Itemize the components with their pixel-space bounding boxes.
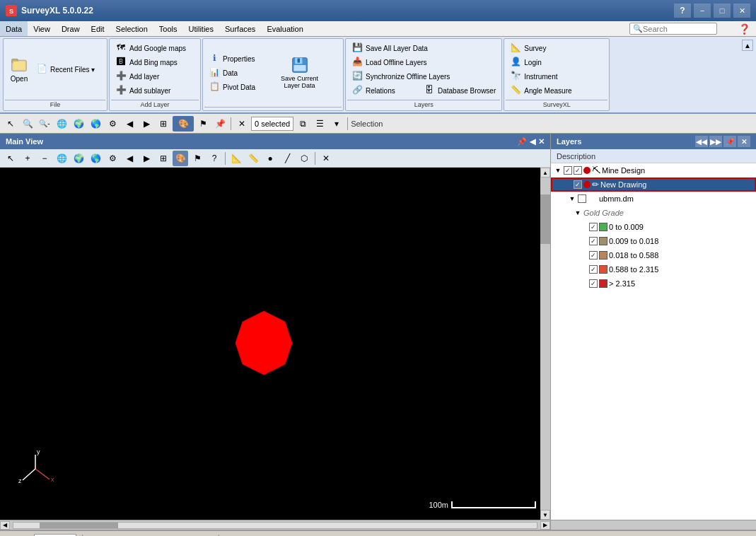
scroll-left-btn[interactable]: ◀: [0, 521, 10, 530]
menu-data[interactable]: Data: [0, 21, 28, 36]
relations-button[interactable]: 🔗 Relations: [349, 84, 419, 97]
vt-globe3[interactable]: 🌎: [88, 151, 103, 166]
tb-delete-btn[interactable]: ✕: [234, 116, 250, 132]
open-button[interactable]: Open: [6, 52, 32, 87]
tb-left-btn[interactable]: ◀: [122, 116, 137, 132]
grade3-checkbox[interactable]: ✓: [589, 265, 598, 274]
menu-utilities[interactable]: Utilities: [183, 21, 219, 36]
vt-globe[interactable]: 🌐: [54, 151, 69, 166]
vt-point[interactable]: ●: [262, 151, 278, 166]
menu-surfaces[interactable]: Surfaces: [219, 21, 261, 36]
menu-draw[interactable]: Draw: [56, 21, 86, 36]
vt-next[interactable]: ▶: [139, 151, 154, 166]
tb-color-btn[interactable]: 🎨: [173, 116, 194, 132]
tb-globe-btn[interactable]: 🌐: [54, 116, 69, 132]
data-button[interactable]: 📊 Data: [206, 66, 277, 79]
gold-grade-expand[interactable]: ▼: [574, 209, 582, 217]
vt-cursor[interactable]: ↖: [3, 151, 18, 166]
load-offline-button[interactable]: 📥 Load Offline Layers: [349, 56, 430, 69]
sync-offline-button[interactable]: 🔄 Synchronize Offline Layers: [349, 70, 453, 83]
tb-zoom-out-btn[interactable]: 🔍-: [37, 116, 52, 132]
tb-zoom-in-btn[interactable]: 🔍: [20, 116, 35, 132]
vt-zoomout[interactable]: −: [37, 151, 52, 166]
horizontal-scrollbar[interactable]: ◀ ▶: [0, 520, 550, 530]
vt-prev[interactable]: ◀: [122, 151, 137, 166]
search-box[interactable]: 🔍: [629, 23, 717, 35]
tb-dropdown-btn[interactable]: ▾: [329, 116, 344, 132]
tb-cursor-btn[interactable]: ↖: [3, 116, 18, 132]
ubmm-expand[interactable]: ▼: [568, 194, 576, 203]
vt-ruler[interactable]: 📏: [245, 151, 261, 166]
pivot-data-button[interactable]: 📋 Pivot Data: [206, 81, 277, 93]
vt-settings[interactable]: ⚙: [105, 151, 120, 166]
vt-globe2[interactable]: 🌍: [71, 151, 86, 166]
vt-measure[interactable]: 📐: [228, 151, 244, 166]
vt-zoomin[interactable]: +: [20, 151, 35, 166]
help-icon[interactable]: ?: [674, 4, 691, 18]
mine-design-eye[interactable]: ✓: [574, 166, 582, 175]
menu-evaluation[interactable]: Evaluation: [261, 21, 308, 36]
scroll-down-btn[interactable]: ▼: [540, 510, 550, 520]
add-layer-button[interactable]: ➕ Add layer: [112, 70, 183, 83]
menu-edit[interactable]: Edit: [86, 21, 110, 36]
instrument-button[interactable]: 🔭 Instrument: [507, 70, 578, 83]
recent-files-button[interactable]: 📄 Recent Files ▾: [33, 63, 104, 76]
layers-forward-btn[interactable]: ▶▶: [709, 136, 722, 147]
menu-tools[interactable]: Tools: [153, 21, 183, 36]
database-browser-button[interactable]: 🗄 Database Browser: [421, 84, 499, 97]
vt-delete[interactable]: ✕: [318, 151, 334, 166]
view-expand-btn[interactable]: ◀: [530, 137, 535, 146]
search-input[interactable]: [643, 25, 714, 33]
tb-pin-btn[interactable]: 📌: [212, 116, 228, 132]
grade0-checkbox[interactable]: ✓: [589, 223, 598, 231]
layer-grade-3[interactable]: ✓ 0.588 to 2.315: [551, 262, 756, 276]
grade2-checkbox[interactable]: ✓: [589, 251, 598, 260]
vt-color[interactable]: 🎨: [173, 151, 188, 166]
tb-settings-btn[interactable]: ⚙: [105, 116, 120, 132]
menu-selection[interactable]: Selection: [110, 21, 153, 36]
add-google-maps-button[interactable]: 🗺 Add Google maps: [112, 42, 189, 54]
vt-help[interactable]: ?: [207, 151, 222, 166]
new-drawing-checkbox[interactable]: ✓: [574, 180, 582, 189]
layers-content[interactable]: ▼ ✓ ✓ ⛏ Mine Design ✓ ✏ New Drawing ▼ ub…: [551, 163, 756, 520]
maximize-button[interactable]: □: [714, 4, 731, 18]
tb-copy-btn[interactable]: ⧉: [295, 116, 310, 132]
tb-right-btn[interactable]: ▶: [139, 116, 154, 132]
layer-gold-grade[interactable]: ▼ Gold Grade: [551, 206, 756, 220]
menu-view[interactable]: View: [28, 21, 56, 36]
scroll-up-btn[interactable]: ▲: [540, 168, 550, 177]
layers-back-btn[interactable]: ◀◀: [695, 136, 708, 147]
scroll-right-btn[interactable]: ▶: [540, 521, 550, 530]
tb-globe2-btn[interactable]: 🌍: [71, 116, 86, 132]
angle-measure-button[interactable]: 📏 Angle Measure: [507, 84, 578, 97]
tb-select-btn[interactable]: ☰: [312, 116, 327, 132]
mine-design-expand[interactable]: ▼: [554, 166, 562, 175]
login-button[interactable]: 👤 Login: [507, 56, 578, 69]
vertical-scrollbar[interactable]: ▲ ▼: [540, 168, 550, 520]
minimize-button[interactable]: −: [694, 4, 711, 18]
view-collapse-btn[interactable]: ✕: [538, 137, 545, 146]
properties-button[interactable]: ℹ Properties: [206, 52, 277, 65]
layer-grade-0[interactable]: ✓ 0 to 0.009: [551, 220, 756, 234]
vt-bookmark[interactable]: ⚑: [190, 151, 205, 166]
tb-globe3-btn[interactable]: 🌎: [88, 116, 103, 132]
layer-ubmm[interactable]: ▼ ubmm.dm: [551, 192, 756, 206]
add-bing-maps-button[interactable]: 🅱 Add Bing maps: [112, 56, 183, 69]
save-current-layer-button[interactable]: Save CurrentLayer Data: [278, 55, 321, 91]
grade4-checkbox[interactable]: ✓: [589, 279, 598, 288]
new-drawing-expand[interactable]: [564, 180, 572, 189]
layers-scroll[interactable]: [551, 520, 756, 530]
layer-new-drawing[interactable]: ✓ ✏ New Drawing: [551, 177, 756, 192]
view-pin-btn[interactable]: 📌: [517, 137, 527, 146]
save-all-layer-button[interactable]: 💾 Save All Layer Data: [349, 42, 431, 54]
hscroll-track[interactable]: [13, 522, 537, 529]
tb-grid-btn[interactable]: ⊞: [156, 116, 171, 132]
layer-mine-design[interactable]: ▼ ✓ ✓ ⛏ Mine Design: [551, 163, 756, 177]
add-sublayer-button[interactable]: ➕ Add sublayer: [112, 84, 183, 97]
tb-flag-btn[interactable]: ⚑: [195, 116, 211, 132]
vt-line[interactable]: ╱: [279, 151, 295, 166]
vscroll-thumb[interactable]: [540, 194, 550, 245]
ubmm-checkbox[interactable]: [578, 194, 586, 203]
mine-design-checkbox[interactable]: ✓: [564, 166, 572, 175]
survey-button[interactable]: 📐 Survey: [507, 42, 578, 54]
